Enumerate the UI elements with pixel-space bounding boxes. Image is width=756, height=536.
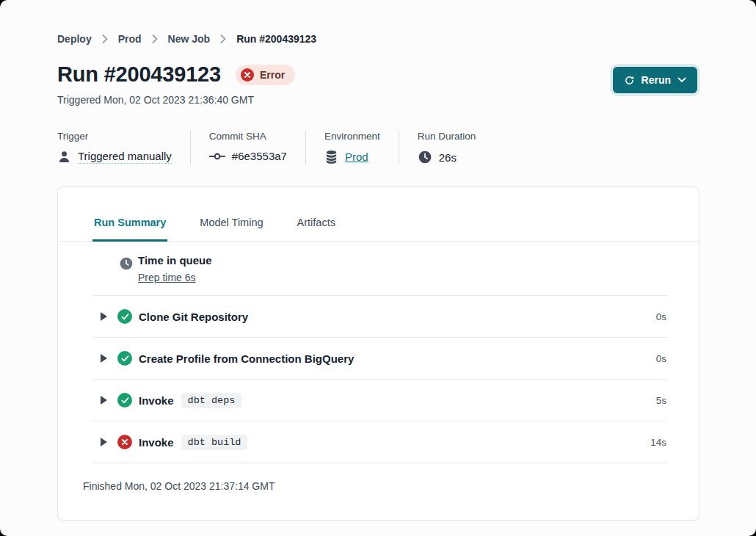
step-command-chip: dbt deps (181, 393, 242, 408)
step-row: Invoke dbt deps 5s (92, 380, 666, 421)
step-row: Clone Git Repository 0s (92, 296, 666, 338)
prep-time-link[interactable]: Prep time 6s (138, 272, 196, 283)
chevron-down-icon (677, 77, 686, 83)
step-title: Create Profile from Connection BigQuery (139, 352, 354, 365)
run-meta: Trigger Triggered manually Commit SHA #6… (57, 131, 699, 164)
chevron-right-icon (220, 35, 226, 43)
step-row: Create Profile from Connection BigQuery … (92, 338, 666, 380)
step-title: Invoke (139, 394, 174, 407)
person-icon (57, 150, 71, 164)
page-title: Run #200439123 (57, 62, 221, 87)
tab-artifacts[interactable]: Artifacts (296, 217, 337, 242)
meta-environment-label: Environment (324, 131, 380, 142)
tab-model-timing[interactable]: Model Timing (198, 217, 264, 242)
rerun-button-label: Rerun (641, 74, 671, 86)
clock-icon (418, 150, 432, 164)
step-duration: 5s (656, 395, 666, 406)
status-badge: Error (236, 65, 295, 85)
breadcrumb: Deploy Prod New Job Run #200439123 (0, 0, 756, 45)
step-command-chip: dbt build (181, 435, 248, 450)
chevron-right-icon (102, 35, 108, 43)
meta-commit-value: #6e3553a7 (232, 150, 287, 162)
meta-trigger-label: Trigger (57, 131, 172, 142)
meta-duration-label: Run Duration (418, 131, 476, 142)
meta-duration: Run Duration 26s (399, 131, 495, 164)
git-commit-icon (209, 151, 225, 162)
meta-trigger: Trigger Triggered manually (57, 131, 191, 164)
queue-clock-icon (119, 256, 134, 271)
meta-environment: Environment Prod (306, 131, 399, 164)
step-duration: 0s (656, 311, 666, 322)
expand-caret-icon[interactable] (101, 438, 107, 446)
queue-row: Time in queue Prep time 6s (92, 242, 666, 296)
step-row: Invoke dbt build 14s (92, 421, 666, 463)
triggered-timestamp: Triggered Mon, 02 Oct 2023 21:36:40 GMT (57, 94, 699, 106)
error-circle-icon (241, 68, 254, 82)
breadcrumb-deploy[interactable]: Deploy (57, 33, 92, 45)
meta-commit-label: Commit SHA (209, 131, 287, 142)
finished-timestamp: Finished Mon, 02 Oct 2023 21:37:14 GMT (58, 463, 699, 492)
breadcrumb-prod[interactable]: Prod (118, 33, 142, 45)
meta-commit: Commit SHA #6e3553a7 (191, 131, 306, 164)
database-icon (324, 150, 338, 164)
refresh-icon (624, 75, 635, 86)
tab-run-summary[interactable]: Run Summary (92, 217, 167, 242)
expand-caret-icon[interactable] (101, 396, 107, 405)
meta-duration-value: 26s (439, 151, 457, 164)
status-success-icon (117, 351, 132, 366)
step-title: Invoke (139, 436, 174, 449)
breadcrumb-new-job[interactable]: New Job (168, 33, 211, 45)
tab-bar: Run Summary Model Timing Artifacts (58, 217, 699, 242)
status-success-icon (117, 393, 132, 408)
expand-caret-icon[interactable] (101, 354, 107, 363)
step-duration: 14s (650, 437, 666, 448)
rerun-button[interactable]: Rerun (613, 67, 697, 93)
step-title: Clone Git Repository (139, 311, 248, 323)
meta-trigger-value[interactable]: Triggered manually (78, 150, 172, 164)
run-summary-card: Run Summary Model Timing Artifacts Time … (57, 186, 699, 521)
run-detail-page: Deploy Prod New Job Run #200439123 Run #… (0, 0, 756, 536)
chevron-right-icon (152, 35, 158, 43)
expand-caret-icon[interactable] (101, 312, 107, 321)
status-badge-label: Error (260, 69, 285, 81)
meta-environment-value[interactable]: Prod (345, 151, 368, 163)
steps-list: Time in queue Prep time 6s Clone Git Rep… (58, 242, 699, 463)
step-duration: 0s (656, 353, 666, 364)
breadcrumb-run-id: Run #200439123 (236, 33, 316, 45)
status-success-icon (117, 309, 132, 324)
status-error-icon (117, 435, 132, 449)
queue-title: Time in queue (138, 254, 212, 267)
